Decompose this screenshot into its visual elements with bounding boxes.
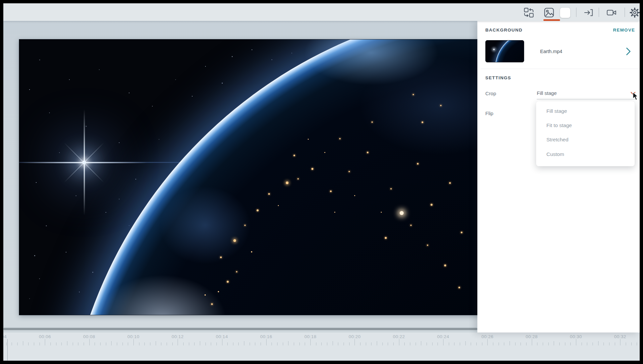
space-star [69,79,70,80]
city-light [461,232,462,233]
timeline-tick [128,342,128,345]
timeline-tick [238,342,239,345]
space-star [129,225,129,226]
timeline-tick [338,342,338,345]
timeline-tick [211,342,211,345]
city-light [257,209,259,211]
background-color-button[interactable] [559,7,571,18]
chevron-right-icon[interactable] [626,47,631,56]
timeline-tick [355,339,355,345]
timeline-cursor-line[interactable] [7,339,8,361]
timeline-tick [84,342,84,345]
timeline-tick [582,342,582,345]
timeline-tick [427,342,427,345]
timeline-tick [310,339,311,345]
timeline-tick [371,342,371,345]
city-light [431,204,433,206]
timeline-tick [277,342,278,345]
timeline-tick [421,341,421,345]
timeline-tick [388,342,388,345]
timeline-tick [106,342,106,345]
timeline-ruler[interactable]: 00:0400:0600:0800:1000:1200:1400:1600:18… [3,332,640,361]
thumbnail-star [493,49,495,50]
timeline-tick [100,342,101,345]
space-star [36,182,37,183]
remove-button[interactable]: REMOVE [613,28,635,33]
timeline-tick [626,342,626,345]
timeline-tick [465,341,466,345]
timeline-tick [61,342,62,345]
timeline-tick [548,342,549,345]
city-light [211,303,213,305]
timeline-tick [67,341,67,345]
timeline-tick [222,339,222,345]
timeline-tick [288,341,288,345]
media-thumbnail [485,40,524,62]
crop-option-stretched[interactable]: Stretched [546,137,568,143]
crop-option-fit-to-stage[interactable]: Fit to stage [546,122,572,128]
city-light [458,287,460,288]
timeline-tick [543,342,543,345]
city-light [400,211,404,215]
timeline-scroll-track [3,327,477,332]
city-light [251,251,252,253]
timeline-tick [56,342,56,345]
record-video-button[interactable] [605,7,617,18]
timeline-tick [487,339,488,345]
settings-button[interactable] [629,7,640,18]
timeline-tick [476,342,477,345]
city-light [293,155,295,156]
active-tab-underline [543,19,560,21]
background-media-row[interactable]: Earth.mp4 [485,40,635,62]
flip-label: Flip [485,110,493,116]
space-star [86,126,87,127]
panel-header: BACKGROUND REMOVE [485,28,635,33]
space-star [192,96,193,97]
timeline-tick [321,342,322,345]
space-star [205,66,206,67]
timeline-tick [609,342,609,345]
city-light [339,138,341,139]
crop-select[interactable]: Fill stage [537,89,637,100]
timeline-tick [139,342,139,345]
record-video-icon [606,8,616,17]
timeline-tick [122,342,123,345]
crop-option-fill-stage[interactable]: Fill stage [546,108,567,114]
editor-screen: 00:0400:0600:0800:1000:1200:1400:1600:18… [3,3,640,361]
timeline-time-label: 00:04 [3,334,7,339]
crop-option-custom[interactable]: Custom [546,151,564,157]
timeline-tick [515,342,516,345]
timeline-tick [133,339,134,345]
city-light [367,152,368,153]
space-star [76,195,76,196]
replace-media-button[interactable] [523,7,535,18]
timeline-scrollbar-thumb[interactable] [3,328,477,330]
timeline-tick [615,342,615,345]
timeline-tick [432,342,433,345]
timeline-tick [299,342,300,345]
city-light [227,281,229,283]
space-star [34,255,35,256]
stage-video-preview[interactable] [19,39,481,315]
background-image-button[interactable] [543,7,555,18]
timeline-tick [438,342,438,345]
timeline-tick [316,342,316,345]
timeline-tick [399,339,399,345]
space-star [39,59,40,60]
timeline-tick [360,342,361,345]
timeline-tick [537,342,537,345]
space-star [92,272,93,273]
timeline-tick [559,342,560,345]
import-button[interactable] [582,7,594,18]
timeline-tick [161,342,161,345]
timeline-time-label: 00:20 [349,334,361,339]
timeline-tick [178,339,178,345]
city-light [220,256,222,258]
timeline-time-label: 00:24 [437,334,449,339]
timeline-tick [344,342,344,345]
timeline-tick [603,342,604,345]
toolbar-divider [599,8,599,17]
timeline-tick [283,342,283,345]
timeline-tick [156,341,156,345]
city-light [440,105,442,106]
